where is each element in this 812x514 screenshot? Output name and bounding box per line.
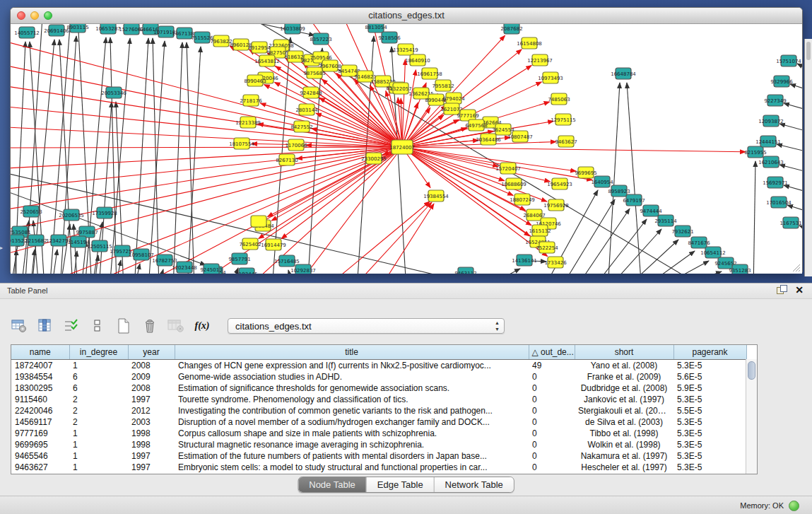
panel-collapse-arrow[interactable]: ▸ xyxy=(0,245,3,251)
table-cell[interactable]: 0 xyxy=(529,416,575,428)
table-cell[interactable]: 2 xyxy=(69,416,128,428)
table-cell[interactable]: 5.5E-5 xyxy=(673,405,746,416)
column-header-year[interactable]: year xyxy=(128,345,175,360)
table-cell[interactable]: Changes of HCN gene expression and I(f) … xyxy=(175,360,529,372)
function-builder-button[interactable]: f(x) xyxy=(193,317,211,334)
show-columns-button[interactable] xyxy=(36,317,54,334)
table-cell[interactable]: 1 xyxy=(69,462,128,473)
table-row[interactable]: 1872400712008Changes of HCN gene express… xyxy=(11,360,746,372)
table-cell[interactable]: 18300295 xyxy=(11,382,69,394)
table-cell[interactable]: Disruption of a novel member of a sodium… xyxy=(175,416,529,428)
table-cell[interactable]: Tibbo et al. (1998) xyxy=(575,428,673,439)
new-table-button[interactable] xyxy=(114,317,133,334)
table-cell[interactable]: Hescheler et al. (1997) xyxy=(575,462,673,473)
table-cell[interactable]: Jankovic et al. (1997) xyxy=(575,394,673,405)
table-cell[interactable]: 0 xyxy=(529,439,575,450)
delete-table-button[interactable] xyxy=(141,317,159,334)
column-header-out_de[interactable]: △ out_de... xyxy=(529,345,575,360)
table-cell[interactable]: 0 xyxy=(529,462,575,473)
table-cell[interactable]: 0 xyxy=(529,450,575,462)
table-row[interactable]: 1938455462009Genome-wide association stu… xyxy=(11,371,746,382)
table-row[interactable]: 946362711997Embryonic stem cells: a mode… xyxy=(11,462,746,473)
table-cell[interactable]: 1998 xyxy=(128,428,175,439)
table-row[interactable]: 1830029562008Estimation of significance … xyxy=(11,382,746,394)
table-cell[interactable]: Corpus callosum shape and size in male p… xyxy=(175,428,529,439)
table-cell[interactable]: 5.3E-5 xyxy=(673,416,746,428)
table-row[interactable]: 946554611997Estimation of the future num… xyxy=(11,450,746,462)
table-cell[interactable]: 9115460 xyxy=(11,394,69,405)
network-window-titlebar[interactable]: citations_edges.txt xyxy=(11,8,802,24)
table-cell[interactable]: de Silva et al. (2003) xyxy=(575,416,673,428)
table-row[interactable]: 2242004622012Investigating the contribut… xyxy=(11,405,746,416)
table-cell[interactable]: 1997 xyxy=(128,462,175,473)
table-scrollbar-thumb[interactable] xyxy=(748,361,755,380)
memory-status-indicator[interactable] xyxy=(789,501,799,511)
table-cell[interactable]: 9465546 xyxy=(11,450,69,462)
table-cell[interactable]: 0 xyxy=(529,382,575,394)
table-cell[interactable]: 0 xyxy=(529,371,575,382)
table-cell[interactable]: 5.3E-5 xyxy=(673,439,746,450)
table-row[interactable]: 977716911998Corpus callosum shape and si… xyxy=(11,428,746,439)
table-cell[interactable]: Investigating the contribution of common… xyxy=(175,405,529,416)
table-cell[interactable]: 0 xyxy=(529,428,575,439)
table-cell[interactable]: Tourette syndrome. Phenomenology and cla… xyxy=(175,394,529,405)
table-cell[interactable]: 5.9E-5 xyxy=(673,382,746,394)
column-header-name[interactable]: name xyxy=(11,345,69,360)
table-cell[interactable]: 6 xyxy=(69,371,128,382)
table-cell[interactable]: 1 xyxy=(69,360,128,372)
table-cell[interactable]: 18724007 xyxy=(11,360,69,372)
table-header-row[interactable]: namein_degreeyeartitle△ out_de...shortpa… xyxy=(11,345,746,360)
table-row[interactable]: 969969511998Structural magnetic resonanc… xyxy=(11,439,746,450)
table-cell[interactable]: Estimation of significance thresholds fo… xyxy=(175,382,529,394)
float-panel-icon[interactable] xyxy=(777,285,787,295)
table-cell[interactable]: 5.3E-5 xyxy=(673,394,746,405)
table-cell[interactable]: Wolkin et al. (1998) xyxy=(575,439,673,450)
table-cell[interactable]: 5.3E-5 xyxy=(673,428,746,439)
column-header-title[interactable]: title xyxy=(175,345,529,360)
table-cell[interactable]: 5.6E-5 xyxy=(673,371,746,382)
tab-node-table[interactable]: Node Table xyxy=(298,477,367,492)
background-scrollbar[interactable] xyxy=(806,42,811,60)
table-cell[interactable]: Dudbridge et al. (2008) xyxy=(575,382,673,394)
table-cell[interactable]: 2 xyxy=(69,405,128,416)
table-cell[interactable]: 2003 xyxy=(128,416,175,428)
table-cell[interactable]: 1997 xyxy=(128,394,175,405)
table-cell[interactable]: 22420046 xyxy=(11,405,69,416)
table-selector-dropdown[interactable]: citations_edges.txt ▲▼ xyxy=(228,318,505,334)
table-cell[interactable]: Franke et al. (2009) xyxy=(575,371,673,382)
table-cell[interactable]: Structural magnetic resonance image aver… xyxy=(175,439,529,450)
table-cell[interactable]: 9777169 xyxy=(11,428,69,439)
column-header-short[interactable]: short xyxy=(575,345,673,360)
window-resize-grip[interactable] xyxy=(791,262,801,272)
table-cell[interactable]: 14569117 xyxy=(11,416,69,428)
table-cell[interactable]: 2009 xyxy=(128,371,175,382)
table-cell[interactable]: 2 xyxy=(69,394,128,405)
select-all-rows-button[interactable] xyxy=(62,317,81,334)
table-cell[interactable]: 1998 xyxy=(128,439,175,450)
column-header-pagerank[interactable]: pagerank xyxy=(673,345,746,360)
table-cell[interactable]: Stergiakouli et al. (2012) xyxy=(575,405,673,416)
table-cell[interactable]: Genome-wide association studies in ADHD. xyxy=(175,371,529,382)
table-cell[interactable]: Yano et al. (2008) xyxy=(575,360,673,372)
table-cell[interactable]: Embryonic stem cells: a model to study s… xyxy=(175,462,529,473)
table-cell[interactable]: 5.3E-5 xyxy=(673,462,746,473)
table-row[interactable]: 911546021997Tourette syndrome. Phenomeno… xyxy=(11,394,746,405)
table-cell[interactable]: 2008 xyxy=(128,382,175,394)
table-cell[interactable]: 1 xyxy=(69,428,128,439)
network-graph[interactable]: 1872400779638228960128891295422226058982… xyxy=(11,24,802,274)
graph-node[interactable] xyxy=(251,216,266,227)
table-cell[interactable]: Estimation of the future numbers of pati… xyxy=(175,450,529,462)
row-height-button[interactable] xyxy=(88,317,107,334)
table-cell[interactable]: 1 xyxy=(69,450,128,462)
network-canvas[interactable]: 1872400779638228960128891295422226058982… xyxy=(11,24,802,274)
table-cell[interactable]: 5.3E-5 xyxy=(673,450,746,462)
table-cell[interactable]: 0 xyxy=(529,394,575,405)
table-cell[interactable]: 1 xyxy=(69,439,128,450)
table-cell[interactable]: 2008 xyxy=(128,360,175,372)
table-cell[interactable]: 2012 xyxy=(128,405,175,416)
table-cell[interactable]: 6 xyxy=(69,382,128,394)
table-scrollbar[interactable] xyxy=(746,359,757,474)
table-cell[interactable]: 0 xyxy=(529,405,575,416)
table-row[interactable]: 1456911722003Disruption of a novel membe… xyxy=(11,416,746,428)
table-cell[interactable]: 9699695 xyxy=(11,439,69,450)
